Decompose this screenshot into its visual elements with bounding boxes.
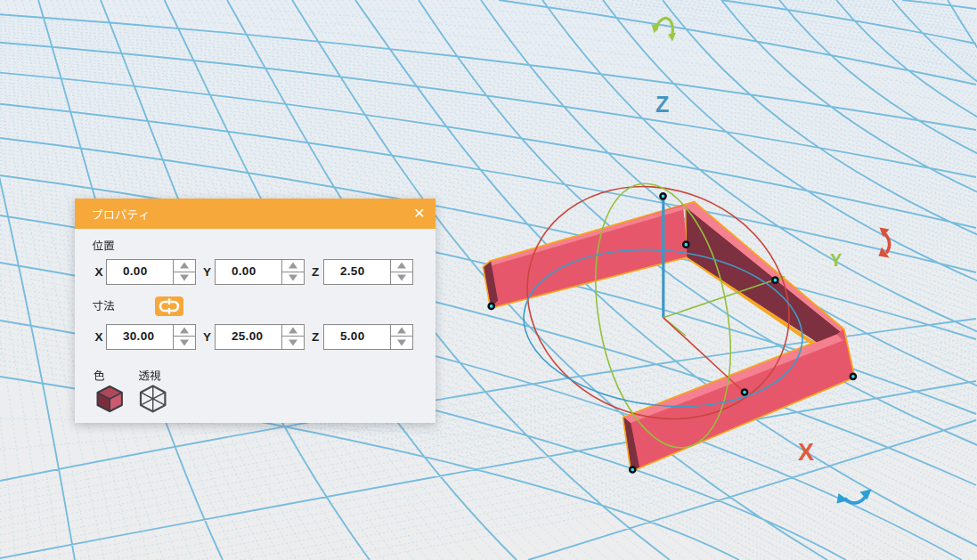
svg-text:Y: Y [830, 250, 843, 270]
svg-text:X: X [798, 439, 814, 466]
svg-text:Z: Z [655, 92, 669, 117]
